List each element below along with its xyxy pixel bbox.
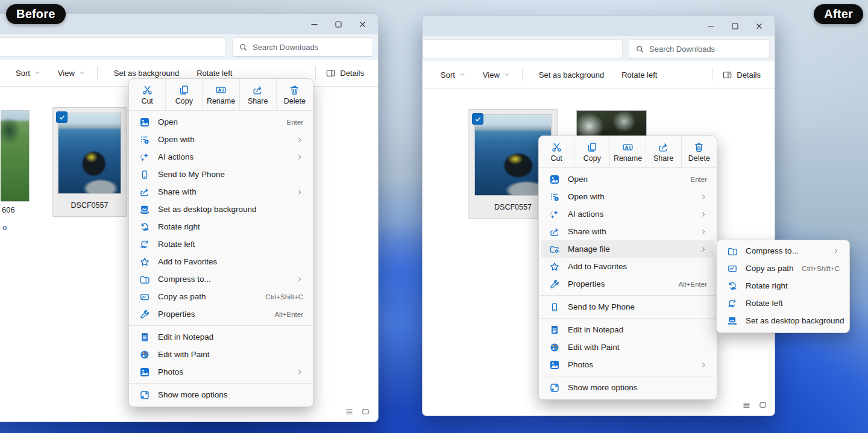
search-box[interactable] [232,37,373,57]
menu-item-add-to-favorites[interactable]: Add to Favorites [541,258,714,275]
maximize-button[interactable] [326,15,350,33]
manage-icon [549,244,560,255]
file-card-selected[interactable]: DSCF0557 [52,107,127,217]
menu-divider [539,376,716,376]
details-button[interactable]: Details [717,66,766,84]
star-icon [139,257,150,267]
minimize-button[interactable] [302,15,326,33]
strip-button-cut[interactable]: Cut [539,136,574,167]
strip-button-label: Copy [175,97,193,105]
menu-item-copy-as-path[interactable]: Copy as pathCtrl+Shift+C [131,288,310,305]
submenu-chevron-icon [700,211,707,218]
strip-button-rename[interactable]: Rename [203,79,239,110]
rotate-left-button[interactable]: Rotate left [612,67,662,83]
menu-item-photos[interactable]: Photos [131,363,310,381]
menu-item-label: Rotate right [158,222,200,231]
thumbnail-diver [58,113,121,194]
menu-item-show-more-options[interactable]: Show more options [131,386,310,403]
menu-item-ai-actions[interactable]: AI actions [131,148,310,166]
selection-checkbox[interactable] [472,113,483,125]
strip-button-delete[interactable]: Delete [682,136,717,167]
menu-item-compress-to[interactable]: Compress to... [719,242,847,260]
menu-item-edit-in-notepad[interactable]: Edit in Notepad [131,328,310,346]
selection-checkbox[interactable] [56,111,68,123]
view-button[interactable]: View [48,65,90,81]
menu-item-ai-actions[interactable]: AI actions [541,205,714,223]
menu-item-compress-to[interactable]: Compress to... [131,270,310,288]
menu-item-show-more-options[interactable]: Show more options [541,379,714,396]
menu-item-set-as-desktop-background[interactable]: Set as desktop background [719,312,847,329]
menu-item-send-to-my-phone[interactable]: Send to My Phone [131,166,310,183]
share-icon [139,187,150,198]
toolbar-label: Set as background [539,70,604,79]
menu-item-open-with[interactable]: Open with [131,131,310,148]
menu-item-send-to-my-phone[interactable]: Send to My Phone [541,298,714,316]
menu-item-edit-with-paint[interactable]: Edit with Paint [541,338,714,356]
search-box[interactable] [629,39,770,58]
menu-item-label: Properties [568,279,605,288]
check-icon [474,116,482,123]
star-icon [549,261,560,272]
menu-item-open-with[interactable]: Open with [541,188,714,205]
search-input[interactable] [649,45,763,54]
menu-item-open[interactable]: OpenEnter [131,113,310,131]
menu-item-add-to-favorites[interactable]: Add to Favorites [131,253,310,270]
delete-icon [693,142,705,153]
minimize-button[interactable] [699,17,723,35]
menu-item-label: Share with [158,187,197,196]
file-name: DSCF0557 [71,194,108,216]
view-button[interactable]: View [473,67,515,83]
menu-item-copy-as-path[interactable]: Copy as pathCtrl+Shift+C [719,260,847,277]
menu-item-properties[interactable]: PropertiesAlt+Enter [131,305,310,323]
thumbnail-golf-partial[interactable] [1,110,30,202]
grid-view-toggle[interactable] [758,400,767,410]
menu-item-share-with[interactable]: Share with [541,223,714,240]
address-row: ls [0,34,378,60]
address-bar[interactable] [423,39,623,58]
set-as-background-button[interactable]: Set as background [529,67,609,83]
close-button[interactable] [747,17,771,35]
wallpaper-icon [727,316,738,326]
details-button[interactable]: Details [320,64,370,82]
menu-item-set-as-desktop-background[interactable]: Set as desktop background [131,201,310,218]
copy-path-icon [727,263,738,274]
list-view-toggle[interactable] [742,400,751,410]
search-input[interactable] [253,43,366,52]
maximize-button[interactable] [723,17,747,35]
menu-item-shortcut: Enter [691,176,708,183]
menu-item-photos[interactable]: Photos [541,356,714,373]
menu-item-open[interactable]: OpenEnter [541,170,714,188]
strip-button-copy[interactable]: Copy [166,79,203,110]
list-view-icon [345,407,354,416]
menu-item-label: Copy as path [746,264,794,273]
strip-button-delete[interactable]: Delete [277,79,313,110]
rotate-right-icon [727,281,738,291]
sort-button[interactable]: Sort [431,67,471,83]
strip-button-copy[interactable]: Copy [574,136,610,167]
menu-item-rotate-left[interactable]: Rotate left [131,235,310,253]
menu-item-manage-file[interactable]: Manage file [541,240,714,258]
menu-item-label: AI actions [568,210,603,219]
context-menu-after: CutCopyRenameShareDeleteOpenEnterOpen wi… [538,136,717,400]
close-button[interactable] [350,15,374,33]
strip-button-cut[interactable]: Cut [129,79,166,110]
search-icon [239,43,248,52]
menu-item-label: AI actions [158,152,193,161]
menu-item-properties[interactable]: PropertiesAlt+Enter [541,275,714,293]
menu-item-rotate-right[interactable]: Rotate right [719,277,847,294]
strip-button-rename[interactable]: Rename [610,136,646,167]
menu-item-rotate-right[interactable]: Rotate right [131,218,310,235]
menu-item-share-with[interactable]: Share with [131,183,310,201]
menu-item-edit-with-paint[interactable]: Edit with Paint [131,346,310,363]
strip-button-share[interactable]: Share [646,136,682,167]
menu-item-rotate-left[interactable]: Rotate left [719,294,847,312]
menu-item-edit-in-notepad[interactable]: Edit in Notepad [541,321,714,338]
submenu-chevron-icon [832,248,840,255]
address-bar[interactable]: ls [0,37,226,57]
strip-button-label: Copy [583,154,601,163]
grid-view-toggle[interactable] [361,407,370,416]
sort-button[interactable]: Sort [6,65,46,81]
list-view-toggle[interactable] [345,407,354,416]
more-button[interactable] [665,71,676,78]
strip-button-share[interactable]: Share [240,79,277,110]
